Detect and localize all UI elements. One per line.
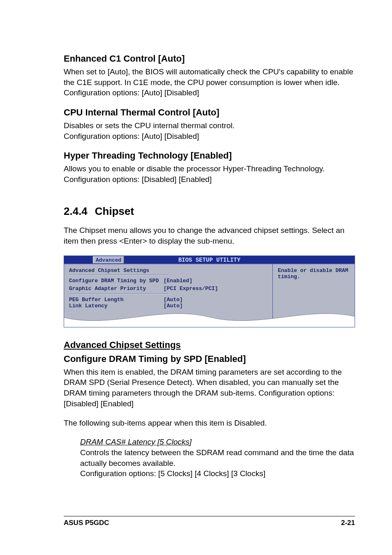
body-hyper-threading: Allows you to enable or disable the proc… <box>64 164 355 184</box>
heading-hyper-threading: Hyper Threading Technology [Enabled] <box>64 150 355 161</box>
bios-row-value: [PCI Express/PCI] <box>164 286 218 292</box>
bios-divider <box>69 293 168 294</box>
chapter-heading: 2.4.4Chipset <box>64 205 355 218</box>
bios-titlebar: BIOS SETUP UTILITY Advanced <box>64 256 355 264</box>
body-cpu-thermal: Disables or sets the CPU internal therma… <box>64 120 355 141</box>
bios-row-label: Graphic Adapter Priority <box>69 286 164 292</box>
bios-help-panel: Enable or disable DRAM timing. <box>272 264 355 327</box>
footer-left: ASUS P5GDC <box>64 519 109 527</box>
bios-row: PEG Buffer Length [Auto] <box>69 297 267 303</box>
page-footer: ASUS P5GDC 2-21 <box>64 516 355 527</box>
bios-panel-heading: Advanced Chipset Settings <box>69 267 267 274</box>
heading-advanced-chipset: Advanced Chipset Settings <box>64 340 355 350</box>
chapter-intro: The Chipset menu allows you to change th… <box>64 225 355 246</box>
bios-left-panel: Advanced Chipset Settings Configure DRAM… <box>64 264 272 327</box>
bios-row: Configure DRAM Timing by SPD [Enabled] <box>69 278 267 284</box>
bios-row-label: Link Latency <box>69 303 164 309</box>
bios-row-label: Configure DRAM Timing by SPD <box>69 278 164 284</box>
body-configure-dram: When this item is enabled, the DRAM timi… <box>64 367 355 409</box>
bios-row-label: PEG Buffer Length <box>69 297 164 303</box>
bios-row-value: [Auto] <box>164 303 183 309</box>
bios-help-text: Enable or disable DRAM timing. <box>278 267 350 280</box>
sub-heading-dram-cas: DRAM CAS# Latency [5 Clocks] <box>80 438 355 447</box>
heading-configure-dram: Configure DRAM Timing by SPD [Enabled] <box>64 354 355 364</box>
bios-divider <box>69 274 168 275</box>
bios-row: Link Latency [Auto] <box>69 303 267 309</box>
bios-title: BIOS SETUP UTILITY <box>178 257 240 263</box>
note-configure-dram: The following sub-items appear when this… <box>64 418 355 428</box>
bios-row-value: [Enabled] <box>164 278 192 284</box>
footer-right: 2-21 <box>341 519 355 527</box>
bios-tab-advanced: Advanced <box>93 256 124 263</box>
bios-row-value: [Auto] <box>164 297 183 303</box>
chapter-title: Chipset <box>95 205 134 217</box>
heading-enhanced-c1: Enhanced C1 Control [Auto] <box>64 53 355 64</box>
body-enhanced-c1: When set to [Auto], the BIOS will automa… <box>64 67 355 98</box>
sub-body-dram-cas: Controls the latency between the SDRAM r… <box>80 447 355 479</box>
bios-screenshot: BIOS SETUP UTILITY Advanced Advanced Chi… <box>64 256 355 327</box>
bios-row: Graphic Adapter Priority [PCI Express/PC… <box>69 286 267 292</box>
chapter-number: 2.4.4 <box>64 205 88 217</box>
heading-cpu-thermal: CPU Internal Thermal Control [Auto] <box>64 107 355 118</box>
bios-body: Advanced Chipset Settings Configure DRAM… <box>64 264 355 327</box>
sub-block-dram-cas: DRAM CAS# Latency [5 Clocks] Controls th… <box>80 438 355 479</box>
